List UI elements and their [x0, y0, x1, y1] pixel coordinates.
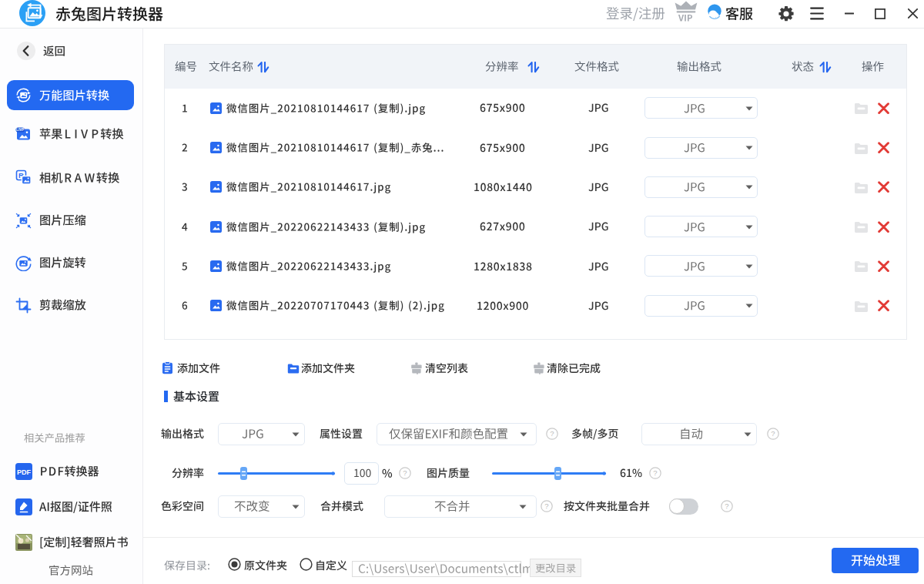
svg-text:?: ? [403, 468, 407, 477]
svg-text:?: ? [544, 502, 548, 510]
svg-text:PDF: PDF [17, 468, 32, 476]
svg-text:?: ? [725, 502, 728, 510]
svg-text:?: ? [550, 429, 554, 438]
svg-text:?: ? [771, 429, 775, 438]
svg-text:LIVP: LIVP [16, 128, 24, 132]
svg-text:?: ? [653, 468, 657, 477]
